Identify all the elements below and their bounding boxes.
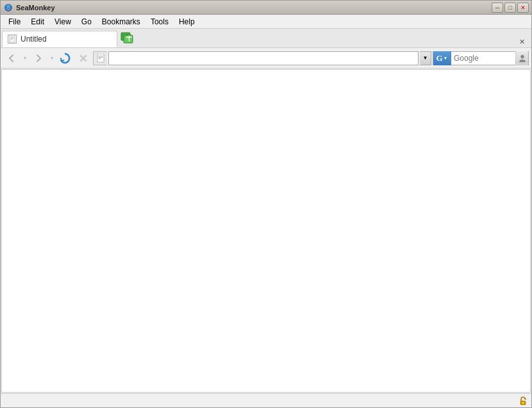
browser-window: SeaMonkey ─ □ ✕ File Edit View Go Bookma… <box>0 0 532 408</box>
security-lock-icon <box>518 396 528 406</box>
menu-help[interactable]: Help <box>174 16 200 28</box>
back-button[interactable] <box>3 51 20 66</box>
menu-edit[interactable]: Edit <box>26 16 49 28</box>
new-tab-icon <box>121 32 133 44</box>
title-bar: SeaMonkey ─ □ ✕ <box>1 1 531 15</box>
svg-rect-2 <box>10 35 15 42</box>
tab-title: Untitled <box>21 35 112 44</box>
back-dropdown-button[interactable]: ▼ <box>21 51 29 66</box>
reload-button[interactable] <box>57 51 74 66</box>
user-icon <box>518 54 527 63</box>
app-icon <box>3 3 13 13</box>
forward-button[interactable] <box>30 51 47 66</box>
svg-rect-12 <box>97 54 104 62</box>
menu-go[interactable]: Go <box>76 16 97 28</box>
minimize-button[interactable]: ─ <box>492 3 503 13</box>
search-user-button[interactable] <box>515 51 528 65</box>
tab-bar: Untitled ✕ <box>1 29 531 48</box>
back-icon <box>6 53 17 63</box>
search-input[interactable] <box>451 52 515 65</box>
nav-bar: ▼ ▼ <box>1 48 531 69</box>
search-engine-dropdown-icon: ▼ <box>444 56 448 60</box>
status-bar <box>1 393 531 407</box>
maximize-button[interactable]: □ <box>504 3 516 13</box>
address-input[interactable] <box>108 51 419 65</box>
address-page-icon <box>93 51 107 65</box>
search-group: G ▼ <box>433 51 529 65</box>
tab-page-icon <box>8 35 17 44</box>
tab-bar-close-button[interactable]: ✕ <box>516 36 528 47</box>
close-button[interactable]: ✕ <box>517 3 529 13</box>
address-bar-group: ▼ <box>93 51 431 65</box>
search-engine-button[interactable]: G ▼ <box>433 51 451 65</box>
menu-bar: File Edit View Go Bookmarks Tools Help <box>1 15 531 29</box>
stop-icon <box>78 53 88 63</box>
window-controls: ─ □ ✕ <box>492 3 529 13</box>
menu-file[interactable]: File <box>3 16 26 28</box>
stop-button[interactable] <box>75 51 92 66</box>
forward-icon <box>33 53 44 63</box>
new-tab-button[interactable] <box>120 31 134 45</box>
svg-point-16 <box>520 55 524 58</box>
svg-point-19 <box>522 402 524 404</box>
window-title: SeaMonkey <box>16 4 492 12</box>
menu-bookmarks[interactable]: Bookmarks <box>97 16 145 28</box>
forward-dropdown-button[interactable]: ▼ <box>48 51 56 66</box>
tab-bar-right: ✕ <box>134 36 530 47</box>
reload-icon <box>59 52 72 65</box>
svg-rect-7 <box>124 35 133 43</box>
menu-view[interactable]: View <box>49 16 76 28</box>
lock-icon <box>517 396 529 406</box>
content-area <box>1 69 531 393</box>
seamonkey-icon <box>4 3 13 12</box>
menu-tools[interactable]: Tools <box>145 16 174 28</box>
address-dropdown-button[interactable]: ▼ <box>420 51 431 65</box>
search-engine-label: G <box>436 53 442 63</box>
tab-untitled[interactable]: Untitled <box>2 31 117 47</box>
status-right <box>517 396 529 406</box>
svg-point-1 <box>6 4 10 8</box>
